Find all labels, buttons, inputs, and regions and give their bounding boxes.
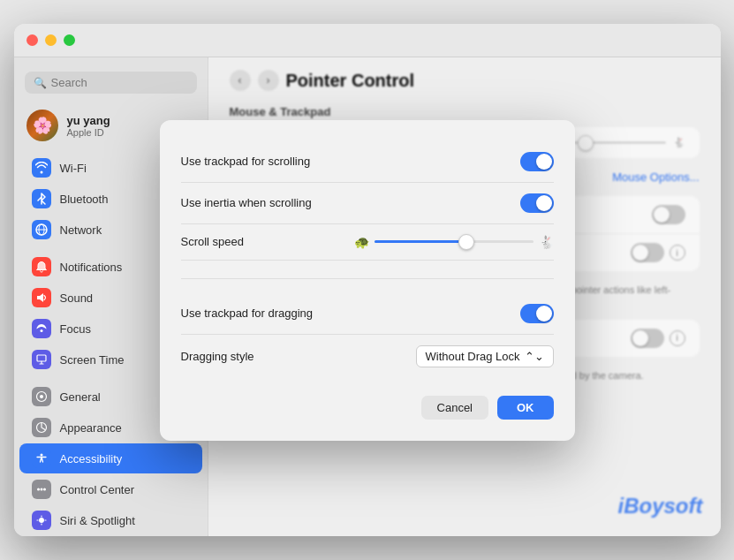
modal-label-trackpad-drag: Use trackpad for dragging (181, 306, 314, 320)
modal-section-scrolling: Use trackpad for scrolling Use inertia w… (181, 141, 554, 261)
toggle-trackpad-drag[interactable] (520, 304, 554, 323)
modal-dialog: Use trackpad for scrolling Use inertia w… (160, 120, 575, 441)
modal-row-trackpad-drag: Use trackpad for dragging (181, 293, 554, 335)
modal-overlay: Use trackpad for scrolling Use inertia w… (14, 24, 721, 536)
dragging-style-value: Without Drag Lock (426, 350, 520, 363)
modal-row-trackpad-scroll: Use trackpad for scrolling (181, 141, 554, 183)
modal-divider (181, 278, 554, 279)
modal-footer: Cancel OK (181, 396, 554, 420)
toggle-trackpad-scroll[interactable] (520, 152, 554, 171)
scroll-slider-container: 🐢 🐇 (354, 235, 554, 249)
modal-label-trackpad-scroll: Use trackpad for scrolling (181, 155, 311, 168)
modal-row-inertia: Use inertia when scrolling (181, 183, 554, 224)
chevron-up-down-icon: ⌃⌄ (525, 350, 544, 363)
scroll-speed-slider[interactable] (375, 240, 533, 243)
toggle-inertia[interactable] (520, 193, 554, 213)
dragging-style-select[interactable]: Without Drag Lock ⌃⌄ (416, 345, 554, 367)
modal-label-scroll-speed: Scroll speed (181, 235, 245, 248)
ok-button[interactable]: OK (497, 396, 554, 420)
slider-fast-icon: 🐇 (539, 235, 554, 249)
modal-label-inertia: Use inertia when scrolling (181, 196, 312, 209)
slider-slow-icon: 🐢 (354, 235, 369, 249)
modal-label-dragging-style: Dragging style (181, 350, 254, 363)
modal-section-dragging: Use trackpad for dragging Dragging style… (181, 293, 554, 378)
cancel-button[interactable]: Cancel (421, 396, 488, 420)
modal-row-scroll-speed: Scroll speed 🐢 🐇 (181, 224, 554, 261)
modal-row-dragging-style: Dragging style Without Drag Lock ⌃⌄ (181, 335, 554, 378)
